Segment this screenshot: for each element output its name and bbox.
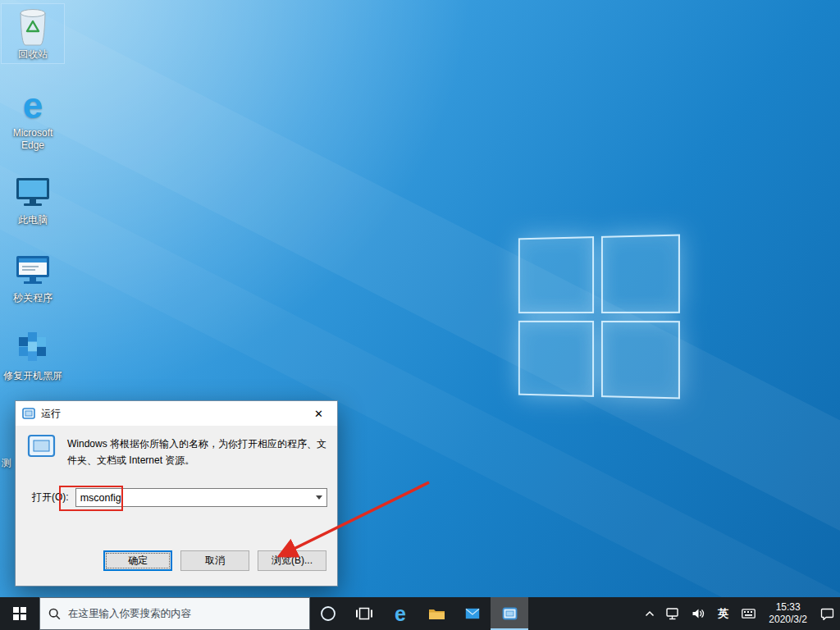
desktop-icon-recycle-bin[interactable]: 回收站	[1, 3, 65, 64]
desktop-icon-microsoft-edge[interactable]: e Microsoft Edge	[1, 82, 65, 155]
folder-icon	[428, 607, 445, 620]
chevron-down-icon[interactable]	[312, 489, 326, 506]
mail-button[interactable]	[454, 597, 491, 630]
search-input[interactable]	[68, 608, 301, 619]
edge-taskbar-button[interactable]: e	[382, 597, 418, 630]
desktop-icon-fix-black-screen[interactable]: 修复开机黑屏	[1, 325, 65, 386]
notification-icon	[820, 608, 834, 620]
cortana-icon	[320, 605, 336, 622]
this-pc-icon	[2, 173, 64, 212]
action-center-button[interactable]	[815, 597, 840, 630]
start-button[interactable]	[0, 597, 39, 630]
run-app-taskbar-button[interactable]	[491, 597, 528, 630]
icon-label: 秒关程序	[2, 292, 64, 304]
search-icon	[48, 608, 61, 620]
chevron-up-icon	[645, 610, 655, 617]
volume-tray-button[interactable]	[686, 597, 710, 630]
system-tray: 英 15:33 2020/3/2	[639, 597, 840, 630]
edge-icon: e	[2, 86, 64, 126]
speaker-icon	[692, 608, 705, 619]
touch-keyboard-button[interactable]	[736, 597, 761, 630]
tray-date: 2020/3/2	[769, 614, 807, 626]
windows-logo-pane	[600, 235, 680, 313]
icon-label: 此电脑	[2, 214, 64, 226]
ok-button[interactable]: 确定	[103, 550, 172, 571]
clock[interactable]: 15:33 2020/3/2	[761, 597, 815, 630]
run-window-icon	[502, 607, 518, 620]
mail-icon	[465, 608, 480, 619]
task-view-button[interactable]	[346, 597, 382, 630]
icon-label: 修复开机黑屏	[2, 370, 64, 382]
icon-label: Microsoft Edge	[2, 127, 64, 152]
hidden-icons-chevron[interactable]	[639, 597, 660, 630]
browse-button[interactable]: 浏览(B)...	[258, 550, 326, 571]
cube-icon	[2, 329, 64, 368]
run-command-combobox	[75, 488, 327, 507]
tray-time: 15:33	[776, 601, 801, 614]
network-icon	[666, 608, 680, 620]
run-dialog-titlebar[interactable]: 运行 ✕	[16, 401, 337, 426]
keyboard-icon	[742, 609, 756, 619]
run-dialog: 运行 ✕ Windows 将根据你所输入的名称，为你打开相应的程序、文件夹、文档…	[15, 400, 338, 587]
desktop-icon-this-pc[interactable]: 此电脑	[1, 169, 65, 230]
windows-logo-pane	[518, 236, 594, 313]
edge-icon: e	[395, 604, 406, 624]
network-tray-button[interactable]	[660, 597, 686, 630]
taskbar-search-box[interactable]	[39, 597, 310, 630]
desktop-icon-partial[interactable]: 测	[2, 456, 11, 470]
task-view-icon	[356, 607, 372, 620]
ime-language-indicator[interactable]: 英	[710, 597, 736, 630]
recycle-bin-icon	[2, 7, 64, 47]
run-window-icon	[22, 408, 35, 419]
taskbar: e	[0, 597, 840, 630]
file-explorer-button[interactable]	[418, 597, 454, 630]
windows-start-icon	[13, 607, 26, 620]
cortana-button[interactable]	[310, 597, 346, 630]
windows-logo-pane	[600, 321, 680, 399]
close-icon[interactable]: ✕	[300, 402, 337, 426]
desktop: 回收站 e Microsoft Edge 此电脑	[0, 0, 840, 630]
run-dialog-title: 运行	[41, 407, 61, 421]
open-label: 打开(O):	[32, 491, 69, 504]
cancel-button[interactable]: 取消	[180, 550, 249, 571]
program-icon	[2, 251, 64, 290]
icon-label: 回收站	[2, 48, 64, 61]
desktop-icon-program[interactable]: 秒关程序	[1, 247, 65, 308]
run-icon	[27, 434, 57, 468]
windows-logo-pane	[518, 320, 594, 396]
run-command-input[interactable]	[76, 489, 326, 506]
run-dialog-description: Windows 将根据你所输入的名称，为你打开相应的程序、文件夹、文档或 Int…	[67, 434, 329, 468]
windows-wallpaper-logo	[518, 235, 680, 399]
